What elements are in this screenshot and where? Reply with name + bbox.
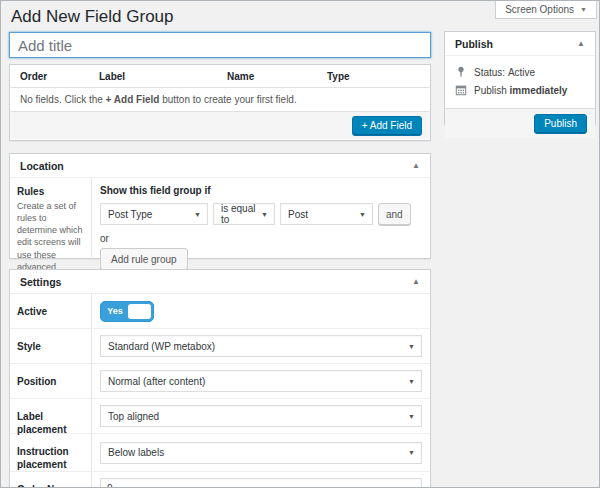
rules-field-column: Show this field group if Post Type ▼ is … bbox=[92, 178, 430, 257]
chevron-down-icon: ▼ bbox=[261, 211, 268, 218]
rules-label: Rules bbox=[17, 186, 84, 197]
chevron-down-icon: ▼ bbox=[580, 6, 587, 13]
location-panel: Location ▲ Rules Create a set of rules t… bbox=[9, 153, 431, 259]
chevron-down-icon: ▼ bbox=[408, 449, 415, 456]
order-no-label: Order No. bbox=[10, 472, 92, 488]
settings-panel-header[interactable]: Settings ▲ bbox=[10, 270, 430, 294]
title-input[interactable] bbox=[9, 32, 431, 58]
or-label: or bbox=[100, 233, 422, 244]
setting-row-style: Style Standard (WP metabox) ▼ bbox=[10, 329, 430, 364]
status-row: Status: Active bbox=[455, 66, 585, 78]
instruction-placement-label: Instruction placement bbox=[10, 434, 92, 471]
status-text: Status: Active bbox=[474, 67, 535, 78]
chevron-down-icon: ▼ bbox=[194, 211, 201, 218]
status-label: Status: bbox=[474, 67, 505, 78]
status-value: Active bbox=[508, 67, 535, 78]
rule-operator-value: is equal to bbox=[221, 203, 257, 225]
add-field-button[interactable]: + Add Field bbox=[352, 116, 422, 136]
publish-button[interactable]: Publish bbox=[534, 114, 587, 134]
fields-panel: Order Label Name Type No fields. Click t… bbox=[9, 64, 431, 141]
settings-panel: Settings ▲ Active Yes Style Standard (WP… bbox=[9, 269, 431, 488]
rule-value-value: Post bbox=[288, 209, 308, 220]
collapse-arrow-icon[interactable]: ▲ bbox=[412, 278, 420, 286]
style-value: Standard (WP metabox) bbox=[108, 341, 215, 352]
publish-panel: Publish ▲ Status: Active Publi bbox=[444, 31, 596, 125]
position-select[interactable]: Normal (after content) ▼ bbox=[100, 370, 422, 392]
rule-value-select[interactable]: Post ▼ bbox=[280, 203, 373, 225]
active-label: Active bbox=[10, 294, 92, 328]
no-fields-message: No fields. Click the + Add Field button … bbox=[10, 88, 430, 112]
chevron-down-icon: ▼ bbox=[359, 211, 366, 218]
column-header-order: Order bbox=[20, 71, 99, 82]
rule-param-value: Post Type bbox=[108, 209, 152, 220]
setting-row-position: Position Normal (after content) ▼ bbox=[10, 364, 430, 399]
rule-operator-select[interactable]: is equal to ▼ bbox=[213, 203, 275, 225]
toggle-knob bbox=[128, 304, 151, 319]
active-toggle[interactable]: Yes bbox=[100, 301, 154, 322]
publish-date-value: immediately bbox=[510, 85, 568, 96]
screen-options-button[interactable]: Screen Options ▼ bbox=[495, 1, 597, 19]
no-fields-message-suffix: button to create your first field. bbox=[159, 94, 296, 105]
fields-table-header: Order Label Name Type bbox=[10, 65, 430, 88]
label-placement-label: Label placement bbox=[10, 399, 92, 433]
and-rule-button[interactable]: and bbox=[378, 203, 411, 225]
chevron-down-icon: ▼ bbox=[408, 413, 415, 420]
publish-panel-header[interactable]: Publish ▲ bbox=[445, 32, 595, 56]
label-placement-value: Top aligned bbox=[108, 411, 159, 422]
fields-panel-footer: + Add Field bbox=[10, 112, 430, 139]
chevron-down-icon: ▼ bbox=[408, 343, 415, 350]
location-panel-body: Rules Create a set of rules to determine… bbox=[10, 178, 430, 257]
show-if-label: Show this field group if bbox=[100, 185, 422, 196]
setting-row-label-placement: Label placement Top aligned ▼ bbox=[10, 399, 430, 434]
pushpin-icon bbox=[455, 66, 467, 78]
location-panel-header[interactable]: Location ▲ bbox=[10, 154, 430, 178]
publish-panel-footer: Publish bbox=[445, 108, 595, 138]
chevron-down-icon: ▼ bbox=[408, 378, 415, 385]
location-rule-row: Post Type ▼ is equal to ▼ Post ▼ and bbox=[100, 203, 422, 225]
position-value: Normal (after content) bbox=[108, 376, 205, 387]
rule-param-select[interactable]: Post Type ▼ bbox=[100, 203, 208, 225]
publish-panel-title: Publish bbox=[455, 38, 493, 50]
collapse-arrow-icon[interactable]: ▲ bbox=[412, 162, 420, 170]
instruction-placement-select[interactable]: Below labels ▼ bbox=[100, 442, 422, 464]
column-header-type: Type bbox=[327, 71, 430, 82]
publish-date-text: Publish immediately bbox=[474, 85, 567, 96]
publish-date-label: Publish bbox=[474, 85, 507, 96]
instruction-placement-value: Below labels bbox=[108, 447, 164, 458]
calendar-icon bbox=[455, 84, 467, 96]
add-rule-group-button[interactable]: Add rule group bbox=[100, 248, 188, 270]
publish-date-row: Publish immediately bbox=[455, 84, 585, 96]
order-no-input[interactable] bbox=[100, 478, 422, 488]
setting-row-instruction-placement: Instruction placement Below labels ▼ bbox=[10, 434, 430, 472]
column-header-label: Label bbox=[99, 71, 227, 82]
page-title: Add New Field Group bbox=[11, 7, 174, 27]
no-fields-message-bold: + Add Field bbox=[106, 94, 160, 105]
settings-panel-title: Settings bbox=[20, 276, 61, 288]
collapse-arrow-icon[interactable]: ▲ bbox=[577, 40, 585, 48]
no-fields-message-prefix: No fields. Click the bbox=[20, 94, 106, 105]
column-header-name: Name bbox=[227, 71, 327, 82]
location-panel-title: Location bbox=[20, 160, 64, 172]
setting-row-order-no: Order No. bbox=[10, 472, 430, 488]
screen-options-label: Screen Options bbox=[505, 4, 574, 15]
position-label: Position bbox=[10, 364, 92, 398]
publish-panel-body: Status: Active Publish immediately bbox=[445, 56, 595, 108]
style-label: Style bbox=[10, 329, 92, 363]
acf-add-field-group-page: Screen Options ▼ Add New Field Group Ord… bbox=[0, 0, 600, 488]
rules-label-column: Rules Create a set of rules to determine… bbox=[10, 178, 92, 257]
label-placement-select[interactable]: Top aligned ▼ bbox=[100, 405, 422, 427]
style-select[interactable]: Standard (WP metabox) ▼ bbox=[100, 335, 422, 357]
setting-row-active: Active Yes bbox=[10, 294, 430, 329]
toggle-on-label: Yes bbox=[101, 302, 129, 321]
